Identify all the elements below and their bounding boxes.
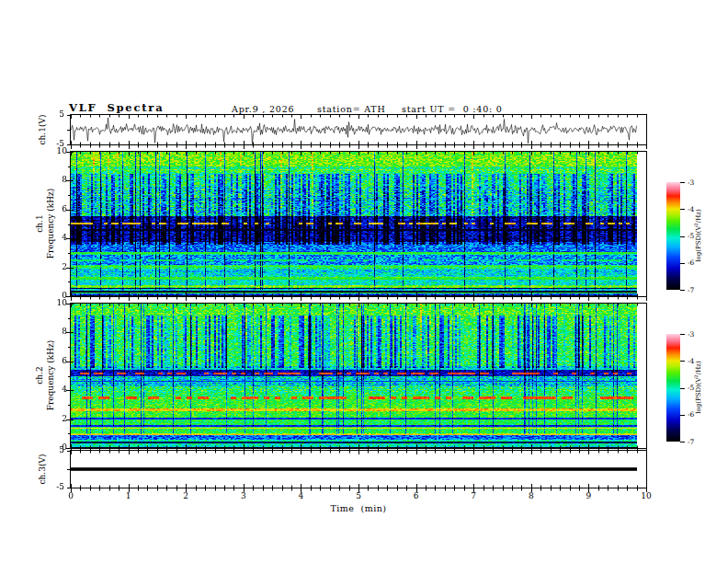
colorbar-2-tick-label--3: -3: [688, 330, 702, 339]
freq-tick-label-ch2-10: 10: [51, 298, 67, 307]
freq-tick-label-ch1-8: 8: [51, 175, 67, 184]
colorbar-2: [666, 334, 680, 442]
freq-tick-label-ch1-4: 4: [51, 233, 67, 242]
ch2-spectrogram-panel: [70, 303, 647, 449]
time-tick-label-7: 7: [463, 491, 483, 500]
vlf-spectra-figure: VLF Spectra Apr.9 , 2026 station= ATH st…: [0, 0, 728, 563]
freq-tick-label-ch2-2: 2: [51, 414, 67, 423]
ch1-voltage-axis-label: ch.1(V): [38, 115, 47, 145]
ch1-freq-axis-label: ch.1Frequency (kHz): [34, 189, 56, 259]
ch3-ytick-top: 5: [48, 445, 64, 454]
freq-tick-label-ch2-6: 6: [51, 356, 67, 365]
ch1-spectrogram-panel: [70, 151, 647, 297]
ch1-waveform-canvas: [71, 115, 646, 144]
date-label: Apr.9 , 2026: [232, 104, 294, 114]
station-label: station= ATH: [317, 104, 386, 114]
colorbar-2-tick-label--7: -7: [688, 438, 702, 446]
ch2-spectrogram-canvas: [71, 304, 646, 448]
colorbar-1-unit-sup: 2: [693, 223, 699, 225]
time-tick-label-6: 6: [406, 491, 427, 500]
ch2-freq-axis-label-line1: ch.2: [35, 366, 44, 384]
freq-tick-label-ch2-8: 8: [51, 327, 67, 336]
time-tick-label-3: 3: [233, 491, 254, 500]
colorbar-2-unit-sup: 2: [693, 374, 699, 377]
ch1-freq-axis-label-line2: Frequency (kHz): [46, 189, 55, 259]
time-tick-label-0: 0: [61, 491, 81, 500]
freq-tick-label-ch1-6: 6: [51, 204, 67, 213]
colorbar-2-tick-label--6: -6: [688, 410, 702, 419]
time-tick-label-8: 8: [521, 491, 541, 500]
colorbar-2-tick-label--5: -5: [688, 384, 702, 392]
colorbar-1: [666, 182, 680, 290]
start-ut-label: start UT = 0 :40: 0: [402, 104, 503, 114]
ch1-ytick-bottom: -5: [48, 139, 64, 148]
time-tick-label-9: 9: [578, 491, 598, 500]
time-axis-title: Time (min): [330, 503, 386, 513]
time-tick-label-5: 5: [348, 491, 369, 500]
ch3-waveform-panel: [70, 450, 647, 488]
freq-tick-label-ch2-4: 4: [51, 385, 67, 394]
colorbar-2-tick-label--4: -4: [688, 357, 702, 365]
ch1-spectrogram-canvas: [71, 152, 646, 296]
ch3-voltage-axis-label: ch.3(V): [38, 454, 47, 485]
colorbar-1-tick-label--6: -6: [688, 259, 702, 267]
time-tick-label-2: 2: [176, 491, 196, 500]
ch1-waveform-panel: [70, 114, 647, 145]
colorbar-1-tick-label--5: -5: [688, 232, 702, 240]
ch2-freq-axis-label: ch.2Frequency (kHz): [34, 340, 56, 411]
freq-tick-label-ch1-2: 2: [51, 262, 67, 271]
colorbar-1-tick-label--7: -7: [688, 286, 702, 294]
time-tick-label-4: 4: [290, 491, 311, 500]
ch2-freq-axis-label-line2: Frequency (kHz): [46, 340, 55, 411]
time-tick-label-1: 1: [119, 491, 139, 500]
ch3-ytick-bottom: -5: [48, 482, 64, 491]
colorbar-1-tick-label--4: -4: [688, 205, 702, 213]
time-tick-label-10: 10: [636, 491, 656, 500]
colorbar-1-tick-label--3: -3: [688, 178, 702, 187]
ch3-waveform-canvas: [71, 451, 646, 488]
ch1-freq-axis-label-line1: ch.1: [35, 214, 44, 232]
ch1-ytick-top: 5: [48, 109, 64, 119]
